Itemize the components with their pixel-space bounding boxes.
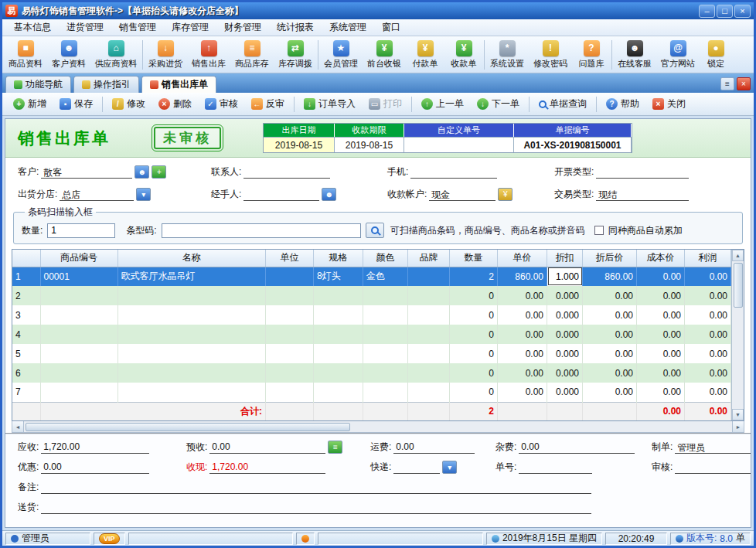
scroll-right-icon[interactable]: ► [732,421,744,432]
due-date-field[interactable]: 2019-08-15 [335,137,404,152]
col-spec[interactable]: 规格 [314,250,363,267]
close-doc-button[interactable]: ×关闭 [646,94,692,114]
toolbar-receipt[interactable]: ¥收款单 [444,37,483,73]
account-lookup-icon[interactable]: ¥ [498,188,513,201]
cell-unit[interactable] [266,286,314,305]
cell-name[interactable] [117,383,266,402]
handler-lookup-icon[interactable]: ☻ [322,188,336,201]
cell-code[interactable] [40,286,117,305]
cell-color[interactable] [363,325,408,344]
cell-discounted-price[interactable]: 0.00 [583,305,637,325]
cell-qty[interactable]: 2 [450,267,498,286]
scroll-left-icon[interactable]: ◄ [12,421,24,432]
grid-row-3[interactable]: 300.000.0000.000.000.00 [12,305,731,325]
next-doc-button[interactable]: ↓下一单 [471,94,526,114]
toolbar-goods-info[interactable]: ■商品资料 [4,37,47,73]
cell-discounted-price[interactable]: 860.00 [583,267,637,286]
scroll-up-icon[interactable]: ▲ [732,250,744,261]
cell-name[interactable] [117,344,266,363]
col-code[interactable]: 商品编号 [40,250,117,267]
cell-code[interactable] [40,344,117,363]
col-name[interactable]: 名称 [117,250,266,267]
cell-cost[interactable]: 0.00 [637,344,685,363]
cell-discounted-price[interactable]: 0.00 [583,325,637,344]
express-field[interactable] [393,461,440,474]
cell-unit[interactable] [266,344,314,363]
cell-color[interactable] [363,344,408,363]
maker-field[interactable]: 管理员 [675,441,751,454]
cell-price[interactable]: 0.00 [498,325,547,344]
maximize-button[interactable]: □ [717,5,733,18]
cell-code[interactable] [40,305,117,325]
trade-type-field[interactable]: 现结 [596,189,689,201]
toolbar-settings[interactable]: *系统设置 [485,37,529,73]
vertical-scrollbar[interactable]: ▲ ▼ [731,250,744,420]
col-cost[interactable]: 成本价 [637,250,685,267]
menu-item-window[interactable]: 窗口 [375,19,407,36]
cell-qty[interactable]: 0 [450,286,498,305]
cell-discount[interactable]: 0.000 [547,363,583,383]
accumulate-checkbox[interactable] [594,226,604,235]
cell-spec[interactable] [314,325,363,344]
col-color[interactable]: 颜色 [363,250,408,267]
cell-price[interactable]: 0.00 [498,286,547,305]
barcode-search-button[interactable] [366,223,384,238]
toolbar-cashier[interactable]: ¥前台收银 [363,37,406,73]
prepaid-calc-icon[interactable]: ≡ [328,441,342,454]
toolbar-official-website[interactable]: @官方网站 [656,37,700,73]
cell-name[interactable] [117,325,266,344]
menu-item-basic-info[interactable]: 基本信息 [7,19,58,36]
cell-discount[interactable]: 1.000 [547,267,583,286]
express-lookup-icon[interactable]: ▾ [442,461,457,474]
delivery-field[interactable] [41,502,591,514]
cell-profit[interactable]: 0.00 [685,267,731,286]
freight-field[interactable]: 0.00 [393,441,475,454]
cell-profit[interactable]: 0.00 [685,305,731,325]
tracking-field[interactable] [519,461,592,474]
prev-doc-button[interactable]: ↑上一单 [415,94,470,114]
doc-no-field[interactable]: A01-XS-201908150001 [514,137,632,152]
cell-unit[interactable] [266,305,314,325]
cell-brand[interactable] [408,325,450,344]
vertical-scroll-thumb[interactable] [734,263,743,308]
print-button[interactable]: ▭打印 [363,94,408,114]
scroll-down-icon[interactable]: ▼ [732,409,744,420]
col-profit[interactable]: 利润 [685,250,731,267]
discount-field[interactable]: 0.00 [41,461,149,474]
cell-brand[interactable] [408,363,450,383]
cell-discounted-price[interactable]: 0.00 [583,363,637,383]
contact-field[interactable] [243,166,330,179]
save-button[interactable]: ▪保存 [53,94,99,114]
customer-lookup-icon[interactable]: ☻ [135,165,149,179]
cell-cost[interactable]: 0.00 [637,286,685,305]
col-brand[interactable]: 品牌 [408,250,450,267]
cell-brand[interactable] [408,267,450,286]
audit-field[interactable] [675,461,751,474]
cell-qty[interactable]: 0 [450,305,498,325]
branch-field[interactable]: 总店 [60,189,134,201]
toolbar-lock[interactable]: ●锁定 [700,37,732,73]
cell-discount[interactable]: 0.000 [547,344,583,363]
cell-cost[interactable]: 0.00 [637,363,685,383]
col-qty[interactable]: 数量 [450,250,498,267]
cell-discount[interactable]: 0.000 [547,286,583,305]
cell-color[interactable]: 金色 [363,267,408,286]
cell-name[interactable] [117,305,266,325]
mobile-field[interactable] [410,166,497,179]
cell-cost[interactable]: 0.00 [637,267,685,286]
unaudit-button[interactable]: ←反审 [245,94,291,114]
cell-spec[interactable] [314,344,363,363]
cell-discount[interactable]: 0.000 [547,325,583,344]
close-button[interactable]: × [734,5,751,18]
cell-qty[interactable]: 0 [450,383,498,402]
invoice-type-field[interactable] [596,166,689,179]
cell-brand[interactable] [408,305,450,325]
cell-spec[interactable]: 8灯头 [314,267,363,286]
cash-field[interactable]: 1,720.00 [209,461,325,474]
handler-field[interactable] [243,189,319,201]
cell-discount[interactable]: 0.000 [547,305,583,325]
toolbar-supplier-info[interactable]: ⌂供应商资料 [90,37,141,73]
col-discount[interactable]: 折扣 [547,250,583,267]
toolbar-purchase-in[interactable]: ↓采购进货 [144,37,187,73]
col-rownum[interactable] [12,250,40,267]
